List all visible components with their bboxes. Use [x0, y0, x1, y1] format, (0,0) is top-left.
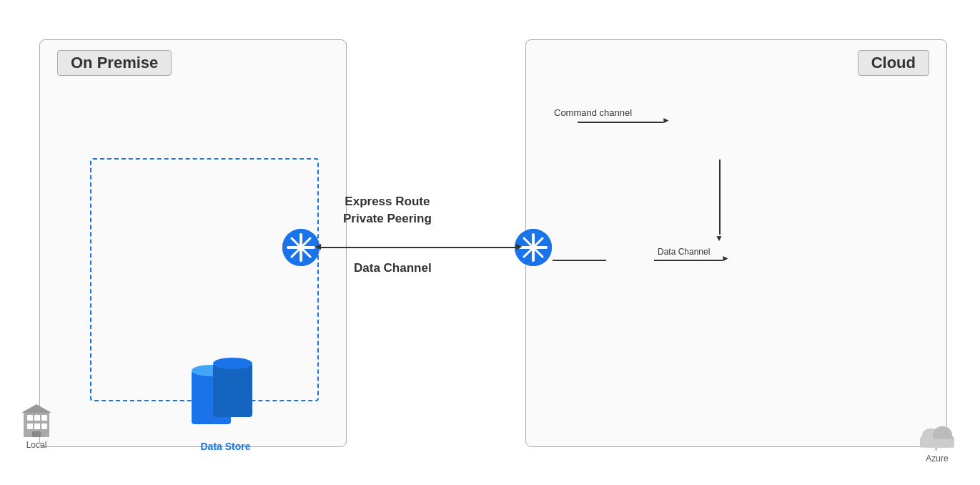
cloud-label: Cloud — [858, 50, 929, 76]
svg-rect-49 — [920, 439, 954, 448]
azure-cloud: Azure — [916, 422, 959, 464]
azure-label: Azure — [926, 454, 948, 464]
data-channel-label: Data Channel — [354, 261, 432, 275]
data-store-icon — [192, 363, 259, 435]
cylinder-front — [213, 363, 252, 417]
svg-rect-38 — [34, 415, 40, 421]
corporate-network-box: Data Store — [90, 158, 319, 401]
cloud-box: Cloud Data Factory — [525, 39, 947, 447]
data-factory-to-ir-arrow — [719, 160, 721, 235]
ir-to-storage-arrow — [654, 260, 723, 261]
svg-rect-42 — [41, 423, 47, 429]
cloud-icon — [916, 422, 959, 451]
data-store-label: Data Store — [200, 441, 250, 452]
data-store-container: Data Store — [192, 363, 259, 452]
svg-rect-43 — [32, 431, 41, 437]
diagram-container: On Premise Data Store — [0, 0, 980, 485]
data-channel-label2: Data Channel — [658, 247, 710, 257]
on-premise-label: On Premise — [57, 50, 172, 76]
svg-rect-41 — [34, 423, 40, 429]
hub-to-ir-arrow — [553, 260, 606, 261]
local-label: Local — [26, 440, 47, 450]
express-route-label: Express Route Private Peering — [343, 193, 432, 227]
command-channel-arrow — [578, 122, 663, 123]
svg-rect-40 — [27, 423, 33, 429]
svg-rect-37 — [27, 415, 33, 421]
command-channel-label: Command channel — [554, 107, 632, 118]
svg-rect-39 — [41, 415, 47, 421]
svg-marker-44 — [21, 404, 51, 413]
express-route-arrow — [320, 247, 517, 248]
local-building: Local — [21, 404, 51, 450]
